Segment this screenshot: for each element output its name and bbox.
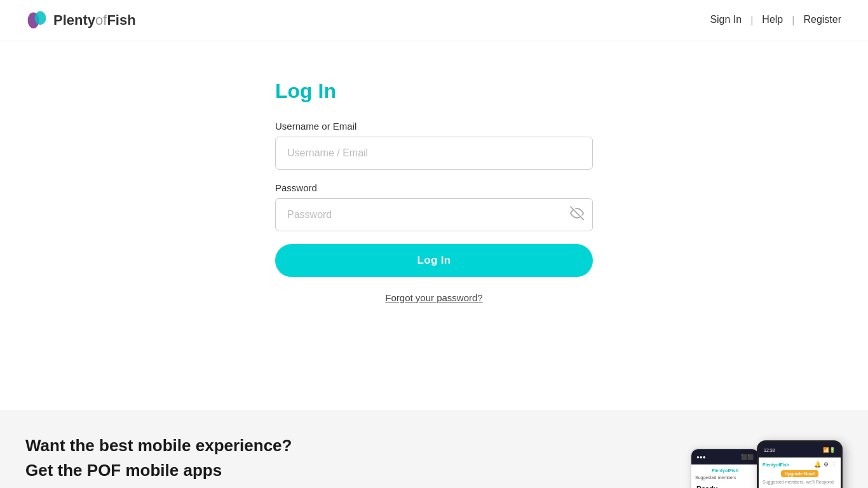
phone-mockup-black: 12:38 📶🔋 PlentyofFish 🔔 ⚙ ⋮ Upgrade Now!… [757, 440, 843, 488]
login-box: Log In Username or Email Password Log In… [275, 79, 593, 303]
black-phone-body: PlentyofFish 🔔 ⚙ ⋮ Upgrade Now! Suggeste… [759, 458, 841, 488]
login-title: Log In [275, 79, 593, 103]
logo[interactable]: PlentyofFish [25, 9, 136, 32]
password-input[interactable] [275, 198, 593, 231]
username-input[interactable] [275, 137, 593, 170]
phone-mockups: ●●●⬛⬛ PlentyofFish Suggested members Rea… [665, 435, 843, 488]
svg-point-1 [34, 11, 46, 25]
header: PlentyofFish Sign In | Help | Register [0, 0, 868, 41]
forgot-password-link[interactable]: Forgot your password? [275, 292, 593, 303]
white-phone-body: PlentyofFish Suggested members Readyto d… [691, 464, 759, 488]
login-button[interactable]: Log In [275, 244, 593, 277]
nav-divider-1: | [750, 15, 753, 26]
black-phone-header: 12:38 📶🔋 [759, 442, 841, 458]
footer-left: Want the best mobile experience? Get the… [25, 435, 292, 488]
username-label: Username or Email [275, 121, 593, 132]
phone-mockup-white: ●●●⬛⬛ PlentyofFish Suggested members Rea… [690, 448, 760, 488]
toggle-password-icon[interactable] [570, 207, 584, 224]
help-link[interactable]: Help [761, 11, 784, 29]
white-phone-header: ●●●⬛⬛ [691, 449, 759, 464]
pof-mini-logo: PlentyofFish [712, 468, 738, 473]
suggested-text: Suggested members, we'll Respond [763, 480, 837, 484]
main-content: Log In Username or Email Password Log In… [0, 41, 868, 410]
nav-links: Sign In | Help | Register [709, 11, 843, 29]
password-label: Password [275, 182, 593, 193]
footer-headline2: Get the POF mobile apps [25, 461, 292, 480]
nav-divider-2: | [792, 15, 794, 26]
register-link[interactable]: Register [802, 11, 843, 29]
footer-section: Want the best mobile experience? Get the… [0, 410, 868, 488]
logo-text: PlentyofFish [53, 12, 136, 29]
upgrade-banner: Upgrade Now! [781, 470, 818, 477]
password-wrapper [275, 198, 593, 231]
signin-link[interactable]: Sign In [709, 11, 743, 29]
footer-headline1: Want the best mobile experience? [25, 435, 292, 457]
ready-text: Readyto dive [695, 482, 755, 488]
black-phone-logo: PlentyofFish [763, 463, 789, 467]
logo-icon [25, 9, 48, 32]
black-phone-icons: 🔔 ⚙ ⋮ [814, 461, 837, 468]
